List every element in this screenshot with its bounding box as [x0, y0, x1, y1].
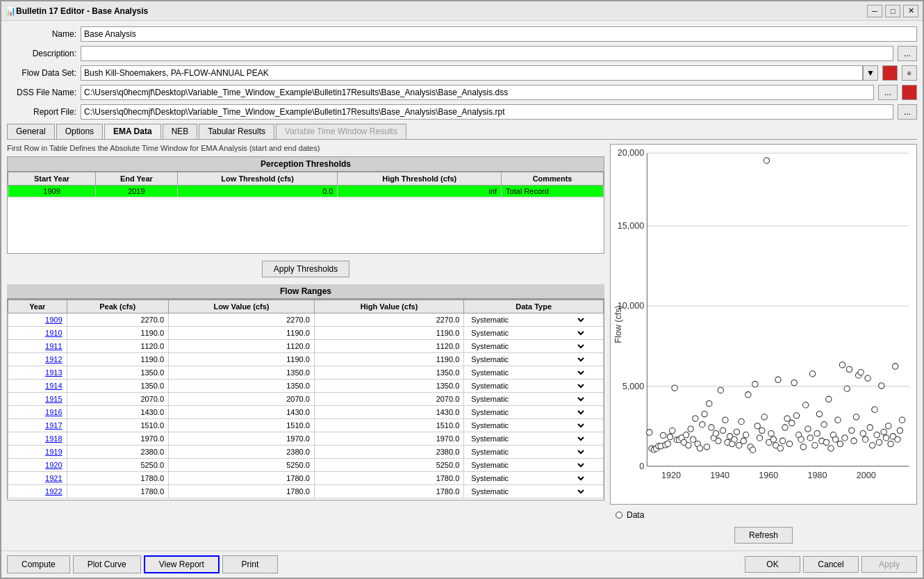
flow-row[interactable]: 1910 1190.0 1190.0 1190.0 Systematic His…: [8, 327, 604, 340]
tab-general[interactable]: General: [7, 124, 55, 139]
threshold-row[interactable]: 1909 2019 0.0 inf Total Record: [8, 186, 604, 197]
data-type-select[interactable]: Systematic Historical Low Outlier: [468, 407, 586, 417]
svg-point-91: [814, 430, 820, 436]
threshold-comments: Total Record: [502, 186, 604, 197]
flow-year[interactable]: 1915: [8, 393, 67, 406]
report-file-input[interactable]: [81, 104, 893, 120]
flow-low: 1190.0: [169, 327, 315, 340]
flow-data-set-dropdown[interactable]: ▼: [863, 65, 878, 81]
data-type-select[interactable]: Systematic Historical Low Outlier: [468, 421, 586, 430]
data-type-select[interactable]: Systematic Historical Low Outlier: [468, 328, 586, 338]
ok-button[interactable]: OK: [745, 556, 800, 573]
data-type-select[interactable]: Systematic Historical Low Outlier: [468, 473, 586, 483]
data-type-select[interactable]: Systematic Historical Low Outlier: [468, 368, 586, 377]
svg-point-115: [869, 443, 875, 448]
data-type-select[interactable]: Systematic Historical Low Outlier: [468, 487, 586, 496]
flow-row[interactable]: 1919 2380.0 2380.0 2380.0 Systematic His…: [8, 446, 604, 459]
svg-point-47: [713, 430, 718, 436]
flow-year[interactable]: 1911: [8, 340, 67, 353]
data-type-select[interactable]: Systematic Historical Low Outlier: [468, 434, 586, 443]
left-panel: First Row in Table Defines the Absolute …: [7, 144, 604, 545]
flow-row[interactable]: 1921 1780.0 1780.0 1780.0 Systematic His…: [8, 472, 604, 485]
svg-text:2000: 2000: [857, 471, 876, 480]
tab-ema-data[interactable]: EMA Data: [104, 124, 161, 139]
flow-row[interactable]: 1918 1970.0 1970.0 1970.0 Systematic His…: [8, 432, 604, 446]
flow-year[interactable]: 1916: [8, 406, 67, 419]
compute-button[interactable]: Compute: [7, 555, 70, 573]
maximize-button[interactable]: □: [885, 5, 900, 17]
plot-curve-button[interactable]: Plot Curve: [73, 555, 141, 573]
svg-point-27: [667, 434, 673, 439]
svg-point-71: [768, 430, 774, 436]
description-row: Description: ...: [7, 46, 917, 61]
flow-row[interactable]: 1912 1190.0 1190.0 1190.0 Systematic His…: [8, 353, 604, 366]
apply-thresholds-row: Apply Thresholds: [7, 258, 604, 280]
dss-file-input[interactable]: [81, 85, 874, 100]
flow-col-data-type: Data Type: [464, 300, 604, 313]
flow-row[interactable]: 1920 5250.0 5250.0 5250.0 Systematic His…: [8, 459, 604, 472]
tab-options[interactable]: Options: [56, 124, 103, 139]
description-browse-button[interactable]: ...: [898, 46, 917, 61]
report-browse-button[interactable]: ...: [898, 104, 917, 120]
flow-col-year: Year: [8, 300, 67, 313]
flow-row[interactable]: 1917 1510.0 1510.0 1510.0 Systematic His…: [8, 419, 604, 432]
flow-peak: 2380.0: [67, 446, 169, 459]
flow-row[interactable]: 1913 1350.0 1350.0 1350.0 Systematic His…: [8, 366, 604, 380]
data-type-select[interactable]: Systematic Historical Low Outlier: [468, 447, 586, 457]
flow-data-set-chart-button[interactable]: [882, 65, 898, 81]
dss-file-label: DSS File Name:: [7, 88, 76, 97]
flow-col-low: Low Value (cfs): [169, 300, 315, 313]
svg-point-66: [757, 435, 762, 441]
flow-data-set-input[interactable]: [81, 65, 863, 81]
flow-year[interactable]: 1909: [8, 313, 67, 327]
data-type-select[interactable]: Systematic Historical Low Outlier: [468, 341, 586, 351]
flow-row[interactable]: 1915 2070.0 2070.0 2070.0 Systematic His…: [8, 393, 604, 406]
tab-neb[interactable]: NEB: [163, 124, 198, 139]
description-input[interactable]: [81, 46, 893, 61]
flow-peak: 5250.0: [67, 459, 169, 472]
flow-year[interactable]: 1913: [8, 366, 67, 380]
flow-year[interactable]: 1920: [8, 459, 67, 472]
close-button[interactable]: ✕: [903, 5, 918, 17]
flow-data-type: Systematic Historical Low Outlier: [464, 380, 604, 393]
data-type-select[interactable]: Systematic Historical Low Outlier: [468, 315, 586, 325]
svg-point-95: [823, 439, 829, 445]
flow-data-set-lines-button[interactable]: ≡: [902, 65, 917, 81]
data-type-select[interactable]: Systematic Historical Low Outlier: [468, 381, 586, 391]
flow-low: 2070.0: [169, 393, 315, 406]
flow-year[interactable]: 1918: [8, 432, 67, 446]
view-report-button[interactable]: View Report: [144, 555, 220, 573]
flow-high: 1120.0: [314, 340, 463, 353]
minimize-button[interactable]: ─: [867, 5, 882, 17]
flow-year[interactable]: 1917: [8, 419, 67, 432]
threshold-end-year: 2019: [96, 186, 178, 197]
cancel-button[interactable]: Cancel: [803, 556, 859, 573]
svg-point-42: [702, 411, 707, 416]
data-type-select[interactable]: Systematic Historical Low Outlier: [468, 394, 586, 404]
dss-browse-button[interactable]: ...: [878, 85, 898, 100]
flow-year[interactable]: 1910: [8, 327, 67, 340]
data-type-select[interactable]: Systematic Historical Low Outlier: [468, 354, 586, 364]
name-input[interactable]: [81, 26, 917, 42]
data-type-select[interactable]: Systematic Historical Low Outlier: [468, 460, 586, 470]
svg-point-26: [665, 441, 670, 446]
apply-thresholds-button[interactable]: Apply Thresholds: [262, 261, 350, 277]
flow-year[interactable]: 1919: [8, 446, 67, 459]
flow-year[interactable]: 1914: [8, 380, 67, 393]
svg-point-123: [888, 441, 893, 446]
flow-row[interactable]: 1911 1120.0 1120.0 1120.0 Systematic His…: [8, 340, 604, 353]
apply-button[interactable]: Apply: [861, 556, 917, 573]
flow-row[interactable]: 1909 2270.0 2270.0 2270.0 Systematic His…: [8, 313, 604, 327]
refresh-button[interactable]: Refresh: [734, 527, 793, 544]
legend-label: Data: [627, 510, 644, 520]
flow-row[interactable]: 1914 1350.0 1350.0 1350.0 Systematic His…: [8, 380, 604, 393]
tab-tabular-results[interactable]: Tabular Results: [199, 124, 274, 139]
flow-year[interactable]: 1922: [8, 485, 67, 498]
flow-year[interactable]: 1921: [8, 472, 67, 485]
flow-row[interactable]: 1916 1430.0 1430.0 1430.0 Systematic His…: [8, 406, 604, 419]
dss-chart-button[interactable]: [902, 85, 917, 100]
flow-year[interactable]: 1912: [8, 353, 67, 366]
print-button[interactable]: Print: [222, 555, 278, 573]
flow-row[interactable]: 1922 1780.0 1780.0 1780.0 Systematic His…: [8, 485, 604, 498]
flow-ranges-scroll[interactable]: Year Peak (cfs) Low Value (cfs) High Val…: [7, 299, 604, 500]
